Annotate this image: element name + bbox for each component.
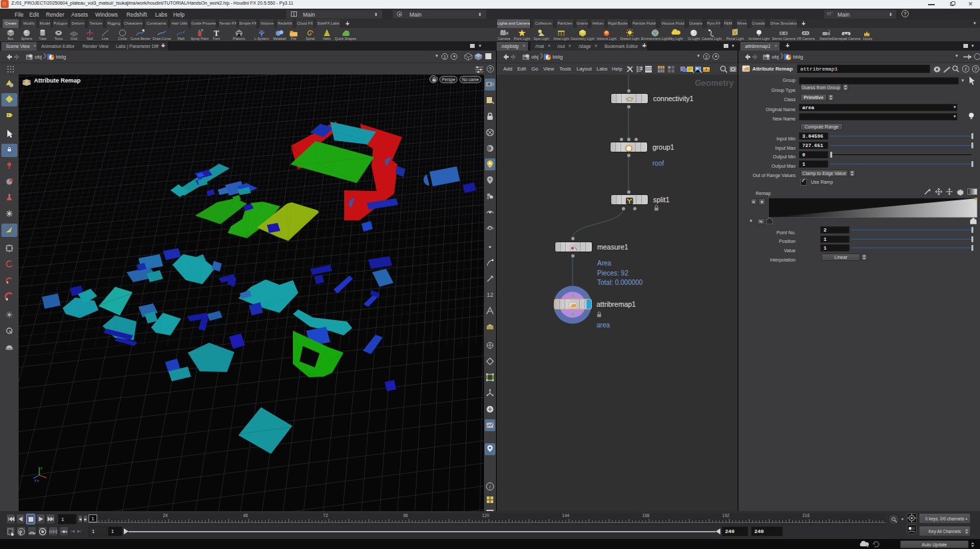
svg-text:144: 144 (562, 513, 569, 518)
svg-text:12: 12 (487, 291, 493, 298)
svg-text:72: 72 (323, 513, 328, 518)
svg-text:48: 48 (243, 513, 248, 518)
svg-text:i: i (489, 484, 491, 490)
svg-text:z x: z x (35, 478, 39, 482)
svg-text:24: 24 (163, 513, 168, 518)
svg-text:216: 216 (802, 513, 810, 518)
svg-text:168: 168 (642, 513, 650, 518)
svg-text:192: 192 (722, 513, 730, 518)
svg-text:120: 120 (482, 513, 489, 518)
svg-text:96: 96 (403, 513, 408, 518)
